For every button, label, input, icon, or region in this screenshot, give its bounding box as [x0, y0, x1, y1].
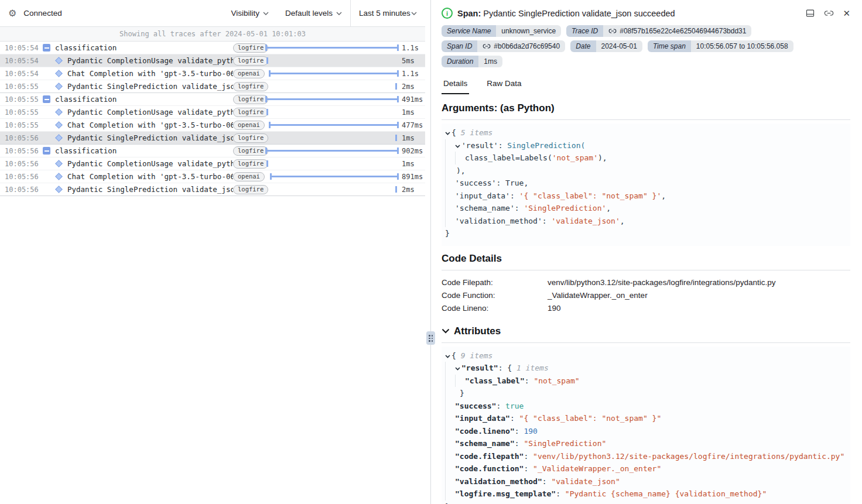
settings-gear-icon[interactable]: ⚙: [8, 8, 16, 19]
panel-resizer[interactable]: [425, 0, 436, 504]
span-diamond-icon: [55, 173, 63, 180]
trace-row[interactable]: 10:05:55Pydantic SinglePrediction valida…: [0, 80, 425, 93]
trace-row[interactable]: 10:05:56Pydantic SinglePrediction valida…: [0, 132, 425, 145]
badge-value[interactable]: #08f57b165e22c4e625046944673bdd31: [603, 25, 751, 37]
code-detail-value: 190: [548, 302, 561, 315]
trace-row[interactable]: 10:05:55Pydantic CompletionUsage validat…: [0, 106, 425, 119]
trace-tag-cell: logfire: [233, 82, 261, 91]
span-diamond-icon: [55, 108, 63, 116]
collapse-chevron-icon[interactable]: [445, 349, 451, 362]
code-token: 'SinglePrediction': [524, 204, 606, 212]
duration-bar-track: [266, 42, 398, 54]
trace-span-name: Pydantic CompletionUsage validate_python: [67, 108, 233, 116]
trace-row[interactable]: 10:05:56Pydantic CompletionUsage validat…: [0, 157, 425, 170]
badge-value[interactable]: #b0b6da2d76c69540: [477, 40, 565, 52]
code-token: 'input_data': [455, 191, 510, 200]
time-range-select[interactable]: Last 5 minutes: [350, 0, 425, 26]
copy-link-icon[interactable]: [824, 8, 834, 18]
code-token: }: [460, 389, 464, 397]
scope-tag-badge: logfire: [233, 185, 268, 194]
code-token: "result": [461, 364, 498, 372]
span-diamond-icon: [55, 83, 63, 90]
duration-bar: [271, 176, 398, 177]
duration-tick: [266, 160, 268, 167]
trace-row[interactable]: 10:05:54classificationlogfire1.1s: [0, 42, 425, 54]
visibility-dropdown[interactable]: Visibility: [223, 0, 277, 26]
trace-name-cell: Pydantic SinglePrediction validate_json: [39, 185, 233, 194]
code-details-heading: Code Details: [442, 253, 850, 265]
code-line: "validation_method": "validate_json": [444, 475, 847, 488]
indent-guide: [445, 362, 446, 500]
trace-tag-cell: logfire: [233, 43, 261, 53]
trace-duration-label: 491ms: [398, 95, 425, 104]
chevron-down-icon: [411, 12, 417, 15]
meta-badge: Date2024-05-01: [570, 40, 642, 52]
trace-row[interactable]: 10:05:54Pydantic CompletionUsage validat…: [0, 54, 425, 67]
collapse-toggle-icon[interactable]: [43, 44, 50, 52]
code-token: :: [498, 141, 508, 150]
code-token: ,: [524, 179, 528, 187]
code-token: {: [507, 364, 512, 372]
tab-details[interactable]: Details: [442, 76, 469, 94]
collapse-toggle-icon[interactable]: [43, 95, 50, 103]
span-title-text: Pydantic SinglePrediction validate_json …: [483, 9, 675, 18]
trace-timestamp: 10:05:56: [0, 186, 39, 194]
collapse-chevron-icon[interactable]: [455, 362, 461, 375]
code-line: "input_data": "{ "class_label": "not_spa…: [444, 412, 847, 425]
code-token: ,: [661, 191, 666, 200]
code-token: class_label=Labels(: [465, 153, 552, 162]
live-traces-panel: ⚙ Connected Visibility Default levels La…: [0, 0, 425, 504]
trace-row[interactable]: 10:05:56Chat Completion with 'gpt-3.5-tu…: [0, 170, 425, 183]
collapse-chevron-icon[interactable]: [445, 126, 451, 139]
attributes-heading[interactable]: Attributes: [442, 325, 850, 337]
scope-tag-badge: openai: [233, 121, 265, 130]
code-token: }: [445, 502, 450, 504]
badge-label: Trace ID: [566, 25, 603, 37]
close-icon[interactable]: ✕: [843, 8, 850, 18]
scope-tag-badge: logfire: [233, 108, 268, 117]
scope-tag-badge: logfire: [233, 82, 268, 91]
chevron-down-icon: [442, 328, 450, 334]
trace-name-cell: Pydantic SinglePrediction validate_json: [39, 82, 233, 91]
scope-tag-badge: logfire: [233, 146, 268, 156]
trace-row[interactable]: 10:05:56Pydantic SinglePrediction valida…: [0, 183, 425, 196]
panel-divider-line: [430, 0, 431, 504]
trace-row[interactable]: 10:05:56classificationlogfire902ms: [0, 145, 425, 157]
code-line: }: [444, 227, 847, 240]
trace-duration-label: 1ms: [398, 108, 425, 116]
code-token: "_ValidateWrapper._on_enter": [533, 464, 661, 473]
default-levels-dropdown[interactable]: Default levels: [277, 0, 350, 26]
code-line: "result": { 1 items: [444, 362, 847, 375]
duration-bar-track: [266, 170, 398, 183]
trace-row[interactable]: 10:05:55classificationlogfire491ms: [0, 93, 425, 106]
code-token: {: [451, 351, 456, 360]
collapse-chevron-icon[interactable]: [455, 139, 461, 152]
code-token: "{ "class_label": "not_spam" }": [519, 414, 662, 423]
code-detail-row: Code Lineno:190: [442, 302, 850, 315]
code-token: 'validation_method': [455, 217, 542, 225]
trace-duration-label: 2ms: [398, 83, 425, 91]
code-details-table: Code Filepath:venv/lib/python3.12/site-p…: [442, 274, 850, 316]
code-token: 'success': [455, 179, 496, 187]
collapse-toggle-icon[interactable]: [43, 147, 50, 155]
trace-span-name: classification: [55, 146, 117, 155]
traces-toolbar: ⚙ Connected Visibility Default levels La…: [0, 0, 425, 27]
trace-row[interactable]: 10:05:55Chat Completion with 'gpt-3.5-tu…: [0, 119, 425, 132]
code-token: :: [515, 427, 524, 436]
code-token: {: [451, 128, 456, 137]
tab-raw-data[interactable]: Raw Data: [485, 76, 523, 94]
code-line: { 9 items: [444, 349, 847, 362]
scope-tag-badge: logfire: [233, 95, 268, 104]
trace-name-cell: Pydantic CompletionUsage validate_python: [39, 56, 233, 65]
trace-row[interactable]: 10:05:54Chat Completion with 'gpt-3.5-tu…: [0, 67, 425, 80]
span-diamond-icon: [55, 186, 63, 193]
divider: [442, 119, 850, 120]
code-line: 'schema_name': 'SinglePrediction',: [444, 202, 847, 215]
code-token: "venv/lib/python3.12/site-packages/logfi…: [533, 452, 844, 461]
dock-panel-icon[interactable]: [805, 8, 815, 18]
resize-grip-handle[interactable]: [426, 331, 435, 345]
code-token: "code.function": [455, 464, 524, 473]
badge-label: Service Name: [442, 25, 496, 37]
trace-tag-cell: logfire: [233, 108, 261, 117]
trace-span-name: Pydantic CompletionUsage validate_python: [67, 159, 233, 168]
